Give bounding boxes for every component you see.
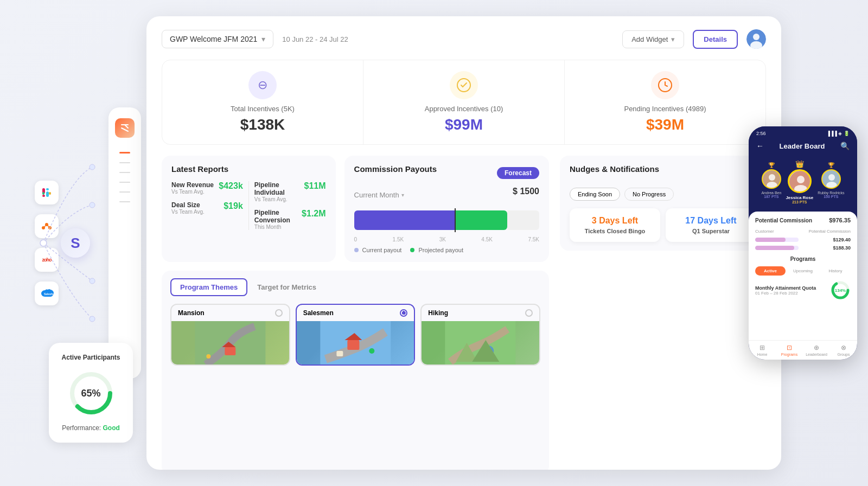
slack-icon[interactable] <box>35 181 59 204</box>
tab-upcoming[interactable]: Upcoming <box>788 266 818 276</box>
main-wrapper: zoho Salesforce S <box>0 0 868 486</box>
add-widget-button[interactable]: Add Widget ▾ <box>622 30 684 48</box>
mobile-programs-section: Programs Active Upcoming History Monthly… <box>755 256 851 300</box>
commission-header: Commission Payouts Forecast <box>354 164 539 181</box>
name-rubby: Rubby Rodricks <box>818 191 844 195</box>
nudge-tabs: Ending Soon No Progress <box>570 188 756 201</box>
user-avatar[interactable] <box>746 29 766 49</box>
mobile-mockup: 2:56 ▐▐▐ ◈ 🔋 ← Leader Board 🔍 🏆 Andrea B… <box>749 126 857 360</box>
nav-line-4 <box>119 191 130 193</box>
tab-history[interactable]: History <box>820 266 851 276</box>
theme-card-salesmen[interactable]: Salesmen <box>296 304 416 366</box>
nav-home[interactable]: ⊞ Home <box>749 344 776 356</box>
nav-line-5 <box>119 201 130 202</box>
svg-point-45 <box>828 174 835 181</box>
left-column: Latest Reports New Revenue Vs Team Avg. … <box>162 156 549 470</box>
mobile-status-bar: 2:56 ▐▐▐ ◈ 🔋 <box>749 126 857 138</box>
tab-active[interactable]: Active <box>755 266 786 276</box>
mobile-body: 2:56 ▐▐▐ ◈ 🔋 ← Leader Board 🔍 🏆 Andrea B… <box>749 126 857 360</box>
period-selector[interactable]: Current Month ▾ <box>354 191 404 199</box>
report-item-pipeline-individual: Pipeline Individual Vs Team Avg. $11M <box>254 181 326 202</box>
lb-title: Leader Board <box>780 142 825 150</box>
themes-grid: Mansion <box>170 304 540 366</box>
current-dot <box>354 248 359 252</box>
nav-programs[interactable]: ⊡ Programs <box>776 344 803 356</box>
report-item-new-revenue: New Revenue Vs Team Avg. $423k <box>171 181 243 195</box>
nudge-title-tickets: Tickets Closed Bingo <box>577 228 653 234</box>
donut-chart: 65% <box>67 369 116 418</box>
name-andrea: Andrea Ben <box>761 191 781 195</box>
theme-hiking-radio[interactable] <box>525 309 533 317</box>
themes-tabs: Program Themes Target for Metrics <box>170 278 540 296</box>
mobile-card-white: Potential Commission $976.35 Customer Po… <box>749 212 857 340</box>
nudge-title-superstar: Q1 Superstar <box>673 228 749 234</box>
legend-projected: Projected payout <box>410 247 463 253</box>
nav-groups[interactable]: ⊗ Groups <box>830 344 857 356</box>
tab-no-progress[interactable]: No Progress <box>624 188 674 201</box>
chevron-down-icon: ▾ <box>261 35 265 43</box>
theme-mansion-header: Mansion <box>171 305 289 321</box>
projected-payout-bar <box>456 210 507 230</box>
dashboard-header: GWP Welcome JFM 2021 ▾ 10 Jun 22 - 24 Ju… <box>162 29 766 49</box>
svg-point-21 <box>753 34 760 40</box>
potential-commission-row: Potential Commission $976.35 <box>755 217 851 223</box>
nav-logo[interactable] <box>115 118 135 138</box>
svg-line-11 <box>43 225 47 228</box>
approved-incentives-icon <box>450 71 478 99</box>
svg-rect-1 <box>42 195 45 197</box>
home-icon: ⊞ <box>760 344 765 351</box>
search-icon[interactable]: 🔍 <box>840 142 850 150</box>
chevron-down-icon-2: ▾ <box>671 35 675 43</box>
theme-salesmen-radio[interactable] <box>400 309 407 317</box>
integration-icons-list: zoho Salesforce <box>35 181 59 305</box>
theme-card-mansion[interactable]: Mansion <box>170 304 290 366</box>
metrics-row: ⊖ Total Incentives (5K) $138K Approved I… <box>162 60 766 145</box>
pending-incentives-label: Pending Incentives (4989) <box>576 105 755 113</box>
themes-section: Program Themes Target for Metrics Mansio… <box>162 271 549 470</box>
quota-value: 134% <box>835 288 846 293</box>
theme-hiking-image <box>422 321 539 364</box>
theme-card-hiking[interactable]: Hiking <box>420 304 540 366</box>
mobile-time: 2:56 <box>756 131 766 136</box>
right-column: Nudges & Notifications ⚙ Ending Soon No … <box>560 156 766 470</box>
salesforce-icon[interactable]: Salesforce <box>35 282 59 305</box>
bar-empty <box>507 210 539 230</box>
mobile-table-row-2: $188.30 <box>755 245 851 251</box>
approved-incentives-label: Approved Incentives (10) <box>374 105 553 113</box>
nav-line-1 <box>119 162 130 163</box>
zoho-icon[interactable]: zoho <box>35 248 59 272</box>
back-icon[interactable]: ← <box>756 142 764 150</box>
date-range: 10 Jun 22 - 24 Jul 22 <box>282 35 614 43</box>
report-item-pipeline-conversion: Pipeline Conversion This Month $1.2M <box>254 209 326 230</box>
theme-salesmen-image <box>297 321 414 364</box>
svg-rect-2 <box>46 188 49 190</box>
s-central-icon: S <box>61 228 90 258</box>
quota-title: Monthly Attainment Quota <box>755 285 816 291</box>
tab-program-themes[interactable]: Program Themes <box>170 278 247 296</box>
program-selector[interactable]: GWP Welcome JFM 2021 ▾ <box>162 30 273 48</box>
total-incentives-icon: ⊖ <box>248 71 277 99</box>
theme-salesmen-header: Salesmen <box>297 305 414 321</box>
nudge-days-superstar: 17 Days Left <box>673 216 749 226</box>
nav-leaderboard[interactable]: ⊕ Leaderboard <box>803 344 830 356</box>
theme-mansion-radio[interactable] <box>275 309 283 317</box>
reports-section: Latest Reports New Revenue Vs Team Avg. … <box>162 156 336 262</box>
mobile-program-tabs: Active Upcoming History <box>755 266 851 276</box>
pending-incentives-icon <box>651 71 679 99</box>
metric-total-incentives: ⊖ Total Incentives (5K) $138K <box>162 60 363 144</box>
svg-point-28 <box>206 354 210 359</box>
hubspot-icon[interactable] <box>35 214 59 238</box>
performance-label: Performance: Good <box>60 424 122 432</box>
program-name: GWP Welcome JFM 2021 <box>170 35 257 43</box>
svg-rect-5 <box>49 192 51 195</box>
commission-bar-chart <box>354 208 539 232</box>
tab-target-metrics[interactable]: Target for Metrics <box>247 278 326 296</box>
two-col-layout: Latest Reports New Revenue Vs Team Avg. … <box>162 156 766 470</box>
details-button[interactable]: Details <box>693 30 738 49</box>
nav-line-3 <box>119 182 130 183</box>
tab-ending-soon[interactable]: Ending Soon <box>570 188 620 201</box>
groups-icon: ⊗ <box>841 344 846 351</box>
svg-text:Salesforce: Salesforce <box>44 292 54 296</box>
svg-point-33 <box>369 348 374 354</box>
svg-point-16 <box>90 278 95 284</box>
